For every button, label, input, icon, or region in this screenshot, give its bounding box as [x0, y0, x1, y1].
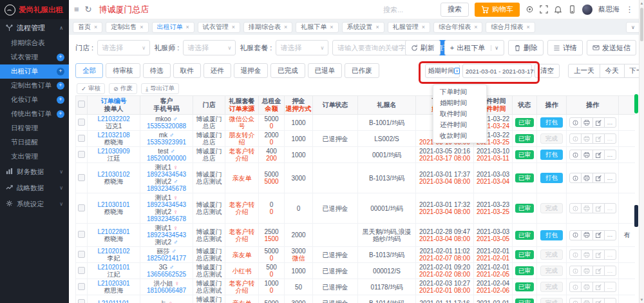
delete-button[interactable]: 删除 [508, 40, 544, 55]
status-tab-全部[interactable]: 全部 [75, 63, 103, 78]
more-icon-button[interactable]: … [604, 249, 616, 260]
create-rental-order-button[interactable]: + 出租下单 ∨ [444, 40, 504, 55]
row-action-button[interactable]: 完成 [540, 298, 563, 303]
edit-icon-button[interactable] [592, 266, 605, 276]
page-tab-4[interactable]: 排期综合表× [243, 22, 292, 33]
user-avatar[interactable] [582, 5, 592, 15]
global-search-input[interactable] [383, 6, 435, 14]
close-icon[interactable]: × [186, 24, 189, 30]
page-tab-6[interactable]: 系统设置× [342, 22, 384, 33]
row-checkbox[interactable] [78, 119, 85, 126]
batch-作废-button[interactable]: ⊘作废 [109, 83, 137, 94]
page-tab-7[interactable]: 礼服管理× [388, 22, 430, 33]
page-scrollbar-thumb[interactable] [640, 8, 643, 41]
sidebar-item-系统设定[interactable]: 系统设定∨ [0, 196, 69, 212]
order-number-link[interactable]: L21030102 [97, 171, 129, 178]
info-icon-button[interactable] [569, 230, 582, 240]
info-icon-button[interactable] [569, 266, 582, 276]
status-tab-待选[interactable]: 待选 [143, 63, 171, 78]
row-checkbox[interactable] [78, 231, 85, 238]
plus-badge-icon[interactable]: + [57, 54, 64, 61]
info-icon-button[interactable] [569, 150, 582, 160]
global-search-button[interactable]: 搜索 [440, 3, 469, 17]
order-number-link[interactable]: L21030909 [97, 148, 129, 155]
date-range-input[interactable]: 2021-03-01 - 2021-03-17 [462, 64, 532, 78]
edit-icon-button[interactable] [592, 117, 605, 128]
scroll-up-arrow[interactable]: ▲ [639, 0, 644, 6]
sidebar-item-6[interactable]: 日程管理 [0, 121, 69, 135]
close-icon[interactable]: × [376, 24, 379, 30]
edit-icon-button[interactable] [592, 133, 605, 144]
status-tab-还件[interactable]: 还件 [204, 63, 231, 78]
page-tab-0[interactable]: 首页× [73, 22, 102, 33]
detail-button[interactable]: 详情 [547, 40, 583, 55]
print-icon-button[interactable] [581, 173, 593, 183]
info-icon-button[interactable] [569, 298, 582, 303]
print-icon-button[interactable] [581, 298, 593, 303]
sidebar-item-4[interactable]: 化妆订单+ [0, 93, 69, 107]
edit-icon-button[interactable] [592, 203, 605, 213]
sidebar-item-1[interactable]: 试衣管理+ [0, 50, 69, 64]
row-action-button[interactable]: 打包 [540, 150, 563, 160]
package-filter-select[interactable]: 请选择 ∨ [276, 40, 328, 55]
sidebar-item-5[interactable]: 传统出售订单+ [0, 107, 69, 121]
more-icon-button[interactable]: … [604, 133, 616, 144]
sidebar-item-7[interactable]: 节日提醒 [0, 135, 69, 150]
order-number-link[interactable]: L21011101 [98, 300, 129, 303]
dropdown-option-婚期时间[interactable]: 婚期时间 [433, 97, 486, 108]
plus-badge-icon[interactable]: + [57, 68, 64, 75]
close-icon[interactable]: × [284, 24, 287, 30]
page-tab-1[interactable]: 定制出售× [106, 22, 148, 33]
edit-icon-button[interactable] [592, 150, 605, 160]
mobile-icon[interactable] [568, 5, 576, 14]
dropdown-option-下单时间[interactable]: 下单时间 [433, 86, 486, 97]
batch-审核-button[interactable]: ✓审核 [77, 83, 105, 94]
row-checkbox[interactable] [78, 135, 85, 142]
print-icon-button[interactable] [581, 117, 593, 128]
more-icon-button[interactable]: … [604, 150, 616, 160]
row-checkbox[interactable] [78, 204, 85, 211]
order-number-link[interactable]: L21030101 [97, 201, 129, 208]
info-icon-button[interactable] [569, 203, 582, 213]
close-icon[interactable]: × [474, 24, 477, 30]
table-scrollbar-thumb-green[interactable] [634, 94, 638, 113]
order-number-link[interactable]: L21020101 [97, 264, 129, 271]
row-checkbox[interactable] [78, 283, 85, 290]
more-options-icon[interactable]: ⋮ [625, 5, 634, 14]
locate-icon[interactable] [526, 5, 534, 14]
sidebar-item-财务数据[interactable]: 财务数据∨ [0, 164, 69, 180]
info-icon-button[interactable] [569, 173, 582, 183]
row-action-button[interactable]: 打包 [540, 117, 563, 128]
row-checkbox[interactable] [78, 151, 85, 158]
print-icon-button[interactable] [581, 266, 593, 276]
more-icon-button[interactable]: … [604, 117, 616, 128]
edit-icon-button[interactable] [592, 282, 605, 292]
row-checkbox[interactable] [78, 251, 85, 258]
select-all-checkbox[interactable] [78, 101, 85, 108]
plus-badge-icon[interactable]: + [57, 96, 64, 104]
order-number-link[interactable]: L21020301 [97, 280, 129, 287]
more-icon-button[interactable]: … [604, 173, 616, 183]
sidebar-item-2[interactable]: 出租订单+ [0, 64, 69, 79]
edit-icon-button[interactable] [592, 249, 605, 260]
tabs-dropdown-button[interactable]: ∨ [626, 22, 640, 33]
row-action-button[interactable]: 完成 [540, 282, 563, 292]
plus-badge-icon[interactable]: + [57, 110, 64, 118]
status-tab-已作废[interactable]: 已作废 [345, 63, 379, 78]
order-number-link[interactable]: L21020102 [97, 248, 129, 255]
dropdown-option-取件时间[interactable]: 取件时间 [433, 108, 486, 119]
row-checkbox[interactable] [78, 299, 85, 303]
row-action-button[interactable]: 完成 [540, 249, 563, 260]
print-icon-button[interactable] [581, 203, 593, 213]
order-number-link[interactable]: L21022801 [97, 228, 129, 235]
page-tab-5[interactable]: 礼服下单× [296, 22, 338, 33]
row-action-button[interactable]: 打包 [540, 173, 563, 183]
more-icon-button[interactable]: … [604, 266, 616, 276]
page-tab-8[interactable]: 综合年报表× [433, 22, 482, 33]
store-filter-select[interactable]: 请选择 ∨ [97, 40, 150, 55]
collapse-menu-icon[interactable]: ≡ [74, 5, 79, 14]
table-scrollbar-thumb-dark[interactable] [634, 205, 638, 227]
close-icon[interactable]: × [94, 24, 97, 30]
sidebar-item-8[interactable]: 支出管理 [0, 150, 69, 164]
close-icon[interactable]: × [140, 24, 143, 30]
